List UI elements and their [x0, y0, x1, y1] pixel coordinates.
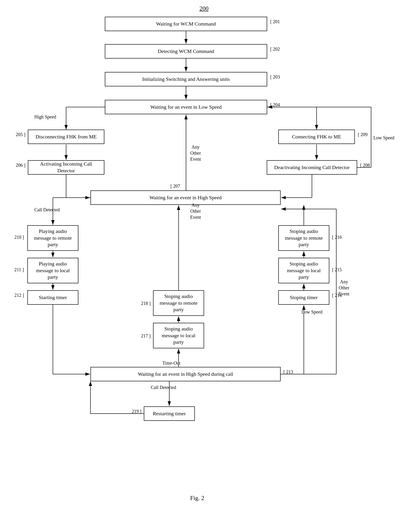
ref-205: 205 ] [16, 132, 25, 137]
label-time-out: Time-Out [162, 360, 180, 366]
node-211: Playing audio message to local party [27, 258, 78, 283]
node-205: Disconnecting FHK from ME [28, 130, 104, 144]
node-207: Waiting for an event in High Speed [90, 190, 281, 205]
label-low-speed-2: Low Speed [301, 309, 322, 315]
node-216: Stoping audio message to remote party [278, 225, 329, 251]
ref-201: [ 201 [270, 19, 280, 24]
node-201: Waiting for WCM Command [105, 17, 267, 31]
diagram-container: 200 Waiting for WCM Command [ 201 Detect… [0, 0, 420, 513]
ref-206: 206 ] [16, 163, 25, 168]
ref-208: [ 208 [360, 163, 370, 168]
ref-213: [ 213 [283, 369, 293, 375]
label-any-other-event-2: Any Other Event [190, 202, 201, 220]
ref-212: 212 ] [14, 293, 24, 298]
node-210: Playing audio message to remote party [27, 225, 78, 251]
ref-204: [ 204 [270, 102, 280, 108]
node-212: Starting timer [27, 290, 78, 305]
figure-label: Fig. 2 [190, 495, 204, 502]
label-any-other-event-3: Any Other Event [339, 279, 350, 297]
node-215: Stoping audio message to local party [278, 258, 329, 283]
ref-202: [ 202 [270, 47, 280, 52]
node-209: Connecting FHK to ME [278, 130, 355, 144]
node-204: Waiting for an event in Low Speed [105, 100, 267, 114]
node-203: Initializing Switching and Answering uni… [105, 72, 267, 86]
ref-219: 219 ] [132, 409, 142, 414]
node-219: Restarting timer [144, 406, 195, 421]
label-any-other-event-1: Any Other Event [190, 144, 201, 162]
label-low-speed-1: Low Speed [373, 135, 395, 141]
ref-218: 218 ] [141, 301, 151, 306]
label-call-detected-2: Call Detected [151, 384, 176, 390]
node-218: Stoping audio message to remote party [153, 290, 204, 316]
ref-207: [ 207 [171, 183, 180, 189]
node-213: Waiting for an event in High Speed durin… [90, 367, 281, 381]
ref-215: [ 215 [332, 267, 342, 272]
label-high-speed: High Speed [34, 114, 56, 120]
node-214: Stoping timer [278, 290, 329, 305]
node-202: Detecting WCM Command [105, 44, 267, 59]
node-208: Deactivating Incoming Call Detector [267, 160, 357, 175]
ref-209: [ 209 [358, 132, 368, 137]
ref-217: 217 ] [141, 333, 151, 339]
label-call-detected-1: Call Detected [34, 207, 60, 213]
ref-210: 210 ] [14, 234, 24, 240]
node-206: Activating Incoming Call Detector [28, 160, 104, 175]
ref-216: [ 216 [332, 234, 342, 240]
node-217: Stoping audio message to local party [153, 323, 204, 348]
diagram-title: 200 [199, 5, 209, 13]
ref-211: 211 ] [14, 267, 24, 272]
ref-203: [ 203 [270, 74, 280, 80]
